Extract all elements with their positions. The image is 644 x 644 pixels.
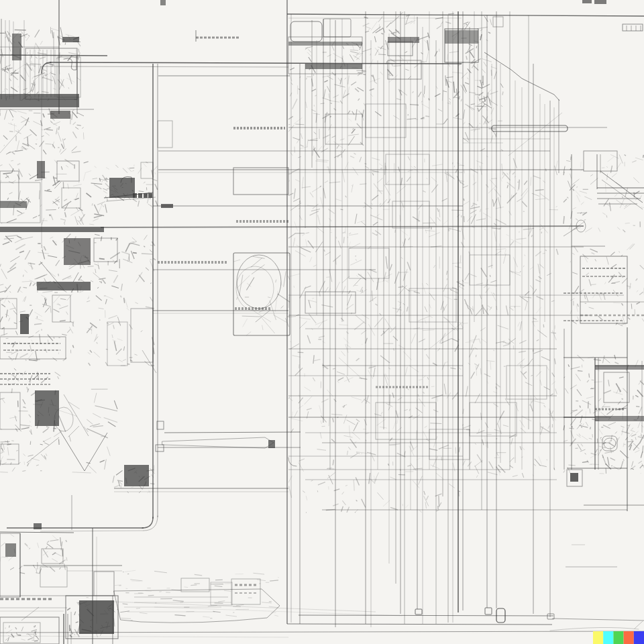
sketch-stroke <box>215 580 223 580</box>
sketch-stroke <box>395 230 396 233</box>
sketch-stroke <box>48 114 54 115</box>
watermark-swatch-3 <box>613 631 623 644</box>
sketch-stroke <box>490 275 490 277</box>
sketch-stroke <box>455 447 456 454</box>
sketch-stroke <box>191 585 197 586</box>
sketch-stroke <box>439 496 439 506</box>
sketch-band <box>160 0 166 5</box>
sketch-stroke <box>543 325 544 328</box>
sketch-stroke <box>121 485 121 488</box>
sketch-stroke <box>449 229 449 231</box>
sketch-stroke <box>577 213 586 213</box>
sketch-stroke <box>48 407 49 413</box>
sketch-stroke <box>592 434 593 437</box>
sketch-stroke <box>142 254 153 254</box>
sketch-stroke <box>23 287 28 288</box>
sketch-stroke <box>425 116 429 117</box>
sketch-stroke <box>215 603 223 604</box>
sketch-band <box>37 282 91 290</box>
sketch-band <box>582 0 592 3</box>
sketch-stroke <box>631 440 633 441</box>
technical-drawing-sheet <box>0 0 644 644</box>
watermark-swatch-1 <box>593 631 603 644</box>
sketch-stroke <box>476 46 477 48</box>
sketch-stroke <box>589 374 590 378</box>
sketch-stroke <box>343 237 344 243</box>
sketch-stroke <box>390 445 396 446</box>
sketch-stroke <box>34 66 36 67</box>
sketch-stroke <box>136 608 140 609</box>
sketch-stroke <box>124 298 125 303</box>
sketch-band <box>37 161 45 178</box>
sketch-stroke <box>519 231 520 233</box>
sketch-band <box>305 64 362 69</box>
sketch-stroke <box>30 441 31 445</box>
sketch-stroke <box>491 178 497 179</box>
sketch-stroke <box>129 168 135 168</box>
sketch-stroke <box>115 585 121 586</box>
sketch-stroke <box>590 427 591 429</box>
sketch-stroke <box>148 595 154 596</box>
sketch-stroke <box>1 441 10 442</box>
sketch-band <box>570 473 578 482</box>
sketch-stroke <box>36 144 37 145</box>
sketch-stroke <box>30 64 41 64</box>
sketch-stroke <box>362 290 363 292</box>
sketch-stroke <box>393 32 394 33</box>
sketch-stroke <box>11 441 13 441</box>
sketch-band <box>0 201 27 208</box>
sketch-band <box>34 523 42 529</box>
sketch-stroke <box>87 261 89 262</box>
sketch-stroke <box>46 210 56 211</box>
sketch-stroke <box>570 261 571 262</box>
sketch-stroke <box>125 183 127 184</box>
sketch-stroke <box>9 625 10 627</box>
sketch-stroke <box>336 260 337 265</box>
sketch-stroke <box>53 178 57 178</box>
sketch-stroke <box>99 258 105 259</box>
sketch-stroke <box>133 253 137 254</box>
sketch-stroke <box>58 126 59 129</box>
sketch-stroke <box>40 288 48 288</box>
sketch-band <box>0 94 79 107</box>
technical-drawing-canvas <box>0 0 644 644</box>
sketch-band <box>20 314 29 334</box>
sketch-stroke <box>634 420 637 421</box>
sketch-stroke <box>59 439 60 445</box>
sketch-band <box>595 366 644 370</box>
watermark-swatch-4 <box>624 631 634 644</box>
dalle-watermark <box>593 631 644 644</box>
sketch-band <box>445 30 478 44</box>
sketch-stroke <box>441 457 442 460</box>
watermark-swatch-5 <box>634 631 644 644</box>
sketch-stroke <box>101 204 102 205</box>
sketch-stroke <box>464 199 464 201</box>
sketch-stroke <box>464 216 465 222</box>
sketch-stroke <box>9 131 13 132</box>
sketch-stroke <box>643 155 644 158</box>
sketch-stroke <box>64 221 65 223</box>
sketch-stroke <box>641 433 642 437</box>
sketch-band <box>388 37 419 43</box>
sketch-stroke <box>385 163 386 175</box>
sketch-stroke <box>489 129 496 129</box>
sketch-stroke <box>317 490 318 492</box>
sketch-stroke <box>636 407 639 407</box>
sketch-stroke <box>378 54 386 55</box>
sketch-band <box>288 42 362 46</box>
sketch-stroke <box>306 78 307 80</box>
sketch-stroke <box>106 622 107 623</box>
sketch-band <box>0 227 104 232</box>
watermark-swatch-2 <box>603 631 613 644</box>
sketch-stroke <box>55 390 56 395</box>
sketch-stroke <box>150 484 154 484</box>
sketch-stroke <box>104 179 109 180</box>
sketch-stroke <box>43 441 44 442</box>
sketch-stroke <box>330 103 332 104</box>
sketch-stroke <box>65 42 66 44</box>
sketch-stroke <box>588 401 589 409</box>
sketch-stroke <box>635 309 635 315</box>
sketch-stroke <box>578 371 582 372</box>
sketch-stroke <box>484 99 485 102</box>
sketch-band <box>124 465 149 486</box>
